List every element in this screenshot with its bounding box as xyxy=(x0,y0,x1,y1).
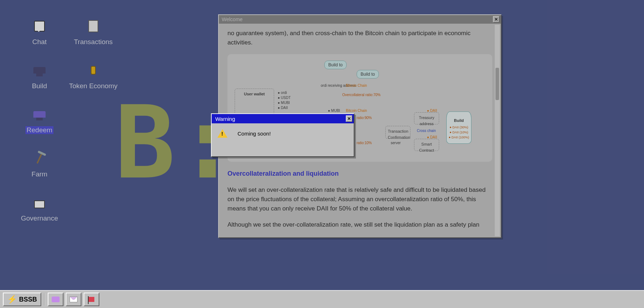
diagram-box-wallet: User wallet xyxy=(235,89,274,117)
flag-icon xyxy=(89,297,94,302)
welcome-titlebar[interactable]: Welcome ✕ xyxy=(219,15,501,24)
pickaxe-icon xyxy=(30,150,48,167)
close-icon: ✕ xyxy=(494,17,498,22)
mail-icon xyxy=(70,297,77,302)
paragraph: Although we set the over-collateralizati… xyxy=(227,220,492,229)
desktop-icon-farm[interactable]: Farm xyxy=(14,150,65,178)
warning-titlebar[interactable]: Warning ✕ xyxy=(212,114,354,123)
icon-label: Token Economy xyxy=(69,82,117,90)
warning-icon xyxy=(217,129,227,138)
desktop-icon-governance[interactable]: Governance xyxy=(14,194,65,222)
desktop-icon-redeem[interactable]: Redeem xyxy=(14,106,65,134)
diagram-pill: Build to xyxy=(357,70,379,79)
build-icon xyxy=(30,62,48,79)
desktop-icon-transactions[interactable]: Transactions xyxy=(68,18,118,46)
diagram-box-treasury: Treasury address xyxy=(414,112,439,124)
taskbar-mail-button[interactable] xyxy=(66,293,81,306)
icon-label: Build xyxy=(32,82,47,90)
desktop-icon-token-economy[interactable]: Token Economy xyxy=(68,62,118,90)
taskbar-divider xyxy=(44,293,45,305)
scrollbar[interactable] xyxy=(495,25,500,236)
desktop-icons: Chat Transactions Build Token Economy Re… xyxy=(14,18,133,222)
document-icon xyxy=(84,18,102,34)
close-icon: ✕ xyxy=(347,116,351,121)
paragraph: We will set an over-collateralization ra… xyxy=(227,185,492,214)
desktop-icon-build[interactable]: Build xyxy=(14,62,65,90)
diagram-cylinder-build: Build ● DAII (30%) ● DAII (10%) ● DAII (… xyxy=(446,112,471,144)
warning-message: Coming soon! xyxy=(238,131,271,137)
warning-modal: Warning ✕ Coming soon! xyxy=(211,113,354,157)
start-button[interactable]: ⚡ BSSB xyxy=(3,293,41,306)
diagram-pill: Build to xyxy=(324,61,347,70)
diagram-box-contract: Smart Contract xyxy=(414,139,439,151)
close-button[interactable]: ✕ xyxy=(493,16,499,23)
desktop-icon-chat[interactable]: Chat xyxy=(14,18,65,46)
close-button[interactable]: ✕ xyxy=(346,115,352,122)
taskbar-flag-button[interactable] xyxy=(84,293,99,306)
warning-body: Coming soon! xyxy=(212,123,354,143)
scrollbar-thumb[interactable] xyxy=(495,68,499,100)
redeem-icon xyxy=(30,106,48,123)
governance-icon xyxy=(30,194,48,211)
icon-label: Redeem xyxy=(25,126,53,134)
lightning-icon: ⚡ xyxy=(7,295,17,304)
section-heading: Overcollateralization and liquidation xyxy=(227,169,492,179)
message-icon xyxy=(52,297,60,302)
coin-icon xyxy=(84,62,102,79)
icon-label: Transactions xyxy=(74,38,113,46)
taskbar-messages-button[interactable] xyxy=(48,293,64,306)
diagram-text: Overcollateral ratio:70% xyxy=(342,92,381,98)
window-title: Welcome xyxy=(222,16,243,22)
icon-label: Farm xyxy=(32,170,47,178)
chat-icon xyxy=(30,18,48,34)
diagram-box-tx: Transaction Confirmation xyxy=(385,126,410,139)
icon-label: Governance xyxy=(21,214,58,222)
icon-label: Chat xyxy=(32,38,47,46)
modal-title: Warning xyxy=(215,116,235,122)
intro-text: no guarantee system), and then cross-cha… xyxy=(227,29,492,48)
start-label: BSSB xyxy=(19,296,37,303)
taskbar: ⚡ BSSB xyxy=(0,290,644,308)
diagram-text: Bitcoin Chain xyxy=(346,83,367,89)
